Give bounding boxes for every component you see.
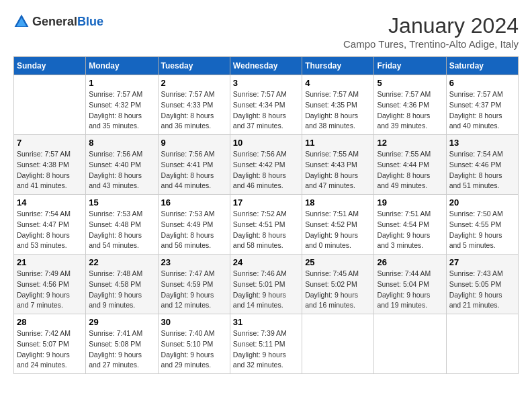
- month-title: January 2024: [343, 13, 519, 38]
- calendar-cell: 5Sunrise: 7:57 AMSunset: 4:36 PMDaylight…: [374, 75, 446, 135]
- location-subtitle: Campo Tures, Trentino-Alto Adige, Italy: [343, 38, 519, 50]
- day-number: 25: [305, 257, 371, 267]
- day-number: 20: [449, 197, 515, 208]
- calendar-cell: 2Sunrise: 7:57 AMSunset: 4:33 PMDaylight…: [158, 75, 230, 135]
- calendar-cell: 17Sunrise: 7:52 AMSunset: 4:51 PMDayligh…: [230, 195, 302, 255]
- calendar-cell: 28Sunrise: 7:42 AMSunset: 5:07 PMDayligh…: [14, 314, 86, 374]
- day-number: 1: [89, 78, 154, 88]
- day-number: 12: [377, 138, 443, 148]
- logo-icon: [13, 13, 30, 30]
- logo-text-blue: Blue: [77, 15, 103, 28]
- day-number: 16: [161, 197, 227, 208]
- day-info: Sunrise: 7:52 AMSunset: 4:51 PMDaylight:…: [233, 209, 299, 251]
- day-number: 4: [305, 78, 371, 88]
- day-info: Sunrise: 7:39 AMSunset: 5:11 PMDaylight:…: [233, 328, 299, 371]
- day-number: 13: [449, 138, 515, 148]
- calendar-week-row: 7Sunrise: 7:57 AMSunset: 4:38 PMDaylight…: [14, 135, 519, 195]
- day-info: Sunrise: 7:56 AMSunset: 4:42 PMDaylight:…: [233, 149, 299, 191]
- day-number: 31: [233, 317, 299, 327]
- day-info: Sunrise: 7:53 AMSunset: 4:48 PMDaylight:…: [89, 209, 154, 251]
- day-info: Sunrise: 7:57 AMSunset: 4:36 PMDaylight:…: [377, 89, 443, 132]
- calendar-cell: 8Sunrise: 7:56 AMSunset: 4:40 PMDaylight…: [86, 135, 158, 195]
- calendar-cell: 11Sunrise: 7:55 AMSunset: 4:43 PMDayligh…: [302, 135, 374, 195]
- day-number: 11: [305, 138, 371, 148]
- calendar-header-row: SundayMondayTuesdayWednesdayThursdayFrid…: [14, 57, 519, 75]
- day-info: Sunrise: 7:47 AMSunset: 4:59 PMDaylight:…: [161, 269, 227, 311]
- day-info: Sunrise: 7:57 AMSunset: 4:38 PMDaylight:…: [17, 149, 83, 191]
- calendar-cell: 12Sunrise: 7:55 AMSunset: 4:44 PMDayligh…: [374, 135, 446, 195]
- day-info: Sunrise: 7:57 AMSunset: 4:37 PMDaylight:…: [449, 89, 515, 132]
- calendar-cell: 10Sunrise: 7:56 AMSunset: 4:42 PMDayligh…: [230, 135, 302, 195]
- calendar-cell: 29Sunrise: 7:41 AMSunset: 5:08 PMDayligh…: [86, 314, 158, 374]
- calendar-week-row: 1Sunrise: 7:57 AMSunset: 4:32 PMDaylight…: [14, 75, 519, 135]
- day-number: 28: [17, 317, 83, 327]
- day-number: 9: [161, 138, 227, 148]
- day-info: Sunrise: 7:54 AMSunset: 4:46 PMDaylight:…: [449, 149, 515, 191]
- day-number: 23: [161, 257, 227, 267]
- day-number: 24: [233, 257, 299, 267]
- calendar-cell: [374, 314, 446, 374]
- day-number: 10: [233, 138, 299, 148]
- calendar-cell: [446, 314, 518, 374]
- day-info: Sunrise: 7:51 AMSunset: 4:52 PMDaylight:…: [305, 209, 371, 251]
- calendar-cell: 13Sunrise: 7:54 AMSunset: 4:46 PMDayligh…: [446, 135, 518, 195]
- day-number: 5: [377, 78, 443, 88]
- day-info: Sunrise: 7:57 AMSunset: 4:33 PMDaylight:…: [161, 89, 227, 132]
- day-number: 27: [449, 257, 515, 267]
- day-number: 17: [233, 197, 299, 208]
- day-info: Sunrise: 7:49 AMSunset: 4:56 PMDaylight:…: [17, 269, 83, 311]
- day-info: Sunrise: 7:43 AMSunset: 5:05 PMDaylight:…: [449, 269, 515, 311]
- day-number: 22: [89, 257, 154, 267]
- day-number: 2: [161, 78, 227, 88]
- calendar-cell: 18Sunrise: 7:51 AMSunset: 4:52 PMDayligh…: [302, 195, 374, 255]
- day-number: 26: [377, 257, 443, 267]
- day-info: Sunrise: 7:50 AMSunset: 4:55 PMDaylight:…: [449, 209, 515, 251]
- calendar-week-row: 21Sunrise: 7:49 AMSunset: 4:56 PMDayligh…: [14, 255, 519, 314]
- calendar-cell: 16Sunrise: 7:53 AMSunset: 4:49 PMDayligh…: [158, 195, 230, 255]
- day-info: Sunrise: 7:56 AMSunset: 4:40 PMDaylight:…: [89, 149, 154, 191]
- day-info: Sunrise: 7:41 AMSunset: 5:08 PMDaylight:…: [89, 328, 154, 371]
- day-info: Sunrise: 7:42 AMSunset: 5:07 PMDaylight:…: [17, 328, 83, 371]
- title-block: January 2024 Campo Tures, Trentino-Alto …: [343, 13, 519, 50]
- calendar-cell: 30Sunrise: 7:40 AMSunset: 5:10 PMDayligh…: [158, 314, 230, 374]
- day-number: 15: [89, 197, 154, 208]
- day-info: Sunrise: 7:48 AMSunset: 4:58 PMDaylight:…: [89, 269, 154, 311]
- calendar-cell: 24Sunrise: 7:46 AMSunset: 5:01 PMDayligh…: [230, 255, 302, 314]
- day-info: Sunrise: 7:57 AMSunset: 4:35 PMDaylight:…: [305, 89, 371, 132]
- calendar-cell: 7Sunrise: 7:57 AMSunset: 4:38 PMDaylight…: [14, 135, 86, 195]
- calendar-cell: 25Sunrise: 7:45 AMSunset: 5:02 PMDayligh…: [302, 255, 374, 314]
- day-info: Sunrise: 7:53 AMSunset: 4:49 PMDaylight:…: [161, 209, 227, 251]
- calendar-cell: 23Sunrise: 7:47 AMSunset: 4:59 PMDayligh…: [158, 255, 230, 314]
- day-info: Sunrise: 7:54 AMSunset: 4:47 PMDaylight:…: [17, 209, 83, 251]
- day-of-week-header: Monday: [86, 57, 158, 75]
- day-number: 29: [89, 317, 154, 327]
- day-info: Sunrise: 7:55 AMSunset: 4:44 PMDaylight:…: [377, 149, 443, 191]
- calendar-cell: 21Sunrise: 7:49 AMSunset: 4:56 PMDayligh…: [14, 255, 86, 314]
- day-of-week-header: Sunday: [14, 57, 86, 75]
- day-number: 21: [17, 257, 83, 267]
- calendar-week-row: 14Sunrise: 7:54 AMSunset: 4:47 PMDayligh…: [14, 195, 519, 255]
- day-info: Sunrise: 7:55 AMSunset: 4:43 PMDaylight:…: [305, 149, 371, 191]
- calendar-cell: 26Sunrise: 7:44 AMSunset: 5:04 PMDayligh…: [374, 255, 446, 314]
- day-number: 6: [449, 78, 515, 88]
- calendar-cell: 3Sunrise: 7:57 AMSunset: 4:34 PMDaylight…: [230, 75, 302, 135]
- calendar-cell: 22Sunrise: 7:48 AMSunset: 4:58 PMDayligh…: [86, 255, 158, 314]
- day-info: Sunrise: 7:56 AMSunset: 4:41 PMDaylight:…: [161, 149, 227, 191]
- calendar-cell: 6Sunrise: 7:57 AMSunset: 4:37 PMDaylight…: [446, 75, 518, 135]
- calendar-cell: [14, 75, 86, 135]
- day-info: Sunrise: 7:57 AMSunset: 4:32 PMDaylight:…: [89, 89, 154, 132]
- day-info: Sunrise: 7:40 AMSunset: 5:10 PMDaylight:…: [161, 328, 227, 371]
- calendar-cell: 4Sunrise: 7:57 AMSunset: 4:35 PMDaylight…: [302, 75, 374, 135]
- day-info: Sunrise: 7:51 AMSunset: 4:54 PMDaylight:…: [377, 209, 443, 251]
- day-of-week-header: Tuesday: [158, 57, 230, 75]
- day-number: 3: [233, 78, 299, 88]
- day-of-week-header: Friday: [374, 57, 446, 75]
- day-number: 19: [377, 197, 443, 208]
- calendar-week-row: 28Sunrise: 7:42 AMSunset: 5:07 PMDayligh…: [14, 314, 519, 374]
- calendar-table: SundayMondayTuesdayWednesdayThursdayFrid…: [13, 56, 519, 374]
- logo: GeneralBlue: [13, 13, 103, 30]
- day-info: Sunrise: 7:45 AMSunset: 5:02 PMDaylight:…: [305, 269, 371, 311]
- day-of-week-header: Thursday: [302, 57, 374, 75]
- calendar-cell: 15Sunrise: 7:53 AMSunset: 4:48 PMDayligh…: [86, 195, 158, 255]
- calendar-cell: 9Sunrise: 7:56 AMSunset: 4:41 PMDaylight…: [158, 135, 230, 195]
